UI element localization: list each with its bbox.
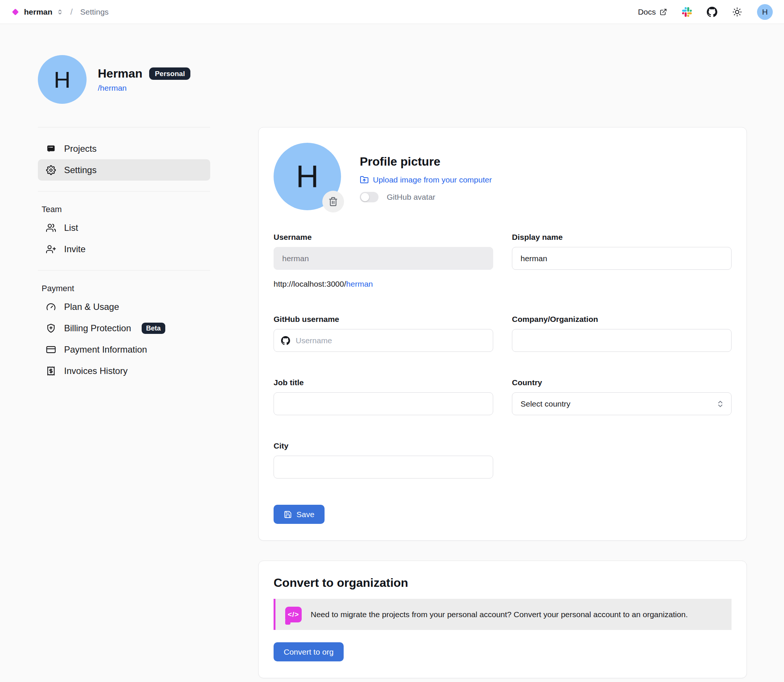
gear-icon: [46, 165, 56, 175]
display-name-input[interactable]: [512, 247, 731, 270]
profile-header: H Herman Personal /herman: [38, 55, 210, 104]
username-label: Username: [274, 233, 493, 242]
slack-button[interactable]: [682, 7, 692, 17]
sun-icon: [732, 7, 742, 17]
sidebar-item-billing-protection[interactable]: Billing Protection Beta: [38, 317, 210, 339]
sidebar-item-team-invite[interactable]: Invite: [38, 238, 210, 260]
user-avatar-initial: H: [762, 8, 768, 16]
brand-diamond-icon: [11, 8, 19, 16]
save-icon: [284, 510, 292, 519]
github-avatar-toggle[interactable]: [360, 192, 379, 202]
profile-avatar-initial: H: [54, 66, 71, 93]
profile-url-handle-link[interactable]: herman: [346, 280, 373, 288]
breadcrumb-separator: /: [70, 7, 73, 17]
profile-settings-card: H Profile picture Upload image from your…: [258, 127, 747, 541]
username-field-group: Username http://localhost:3000/herman: [274, 233, 493, 288]
credit-card-icon: [46, 345, 56, 354]
convert-notice-text: Need to migrate the projects from your p…: [311, 610, 688, 619]
users-icon: [46, 223, 56, 233]
github-icon: [707, 7, 717, 17]
display-name-field-group: Display name: [512, 233, 731, 288]
display-name-label: Display name: [512, 233, 731, 242]
convert-to-org-button[interactable]: Convert to org: [274, 642, 344, 661]
company-label: Company/Organization: [512, 315, 731, 324]
convert-notice-banner: </> Need to migrate the projects from yo…: [274, 599, 731, 630]
empty-cell: [512, 441, 731, 478]
sidebar-item-invoices-history[interactable]: Invoices History: [38, 360, 210, 381]
sidebar-divider: [38, 127, 210, 127]
username-input: [274, 247, 493, 270]
profile-name: Herman: [98, 67, 142, 81]
topbar: herman / Settings Docs H: [0, 0, 784, 24]
sidebar-item-label: Invite: [64, 244, 86, 255]
job-title-field-group: Job title: [274, 378, 493, 415]
sidebar-section-team: Team: [38, 202, 210, 217]
sidebar-item-label: Projects: [64, 143, 97, 154]
sidebar-item-team-list[interactable]: List: [38, 217, 210, 238]
upload-image-link[interactable]: Upload image from your computer: [360, 175, 492, 184]
github-button[interactable]: [707, 7, 717, 17]
shield-plus-icon: [46, 323, 56, 333]
company-field-group: Company/Organization: [512, 315, 731, 352]
code-chip-icon: </>: [285, 607, 302, 622]
sidebar-item-label: Payment Information: [64, 344, 147, 355]
sidebar-item-label: Settings: [64, 165, 97, 175]
profile-picture: H: [274, 143, 341, 210]
github-username-input[interactable]: [274, 329, 493, 352]
company-input[interactable]: [512, 329, 731, 352]
sidebar: H Herman Personal /herman Projects Setti…: [38, 55, 210, 381]
profile-form: Username http://localhost:3000/herman Di…: [274, 233, 731, 478]
profile-avatar: H: [38, 55, 86, 104]
sidebar-item-label: Plan & Usage: [64, 302, 119, 312]
sidebar-divider: [38, 191, 210, 191]
folder-up-icon: [360, 175, 369, 184]
country-label: Country: [512, 378, 731, 387]
city-input[interactable]: [274, 456, 493, 478]
docs-button[interactable]: Docs: [638, 8, 667, 16]
delete-avatar-button[interactable]: [322, 191, 344, 212]
github-username-field-group: GitHub username: [274, 315, 493, 352]
user-plus-icon: [46, 244, 56, 254]
convert-to-org-label: Convert to org: [284, 647, 333, 657]
profile-picture-initial: H: [296, 158, 319, 195]
convert-title: Convert to organization: [274, 576, 731, 590]
gauge-icon: [46, 302, 56, 312]
beta-badge: Beta: [142, 323, 165, 334]
external-link-icon: [660, 8, 667, 16]
user-avatar[interactable]: H: [757, 4, 773, 20]
sidebar-item-settings[interactable]: Settings: [38, 159, 210, 181]
country-select[interactable]: Select country: [512, 392, 731, 415]
sidebar-nav: Projects Settings: [38, 138, 210, 181]
sidebar-item-payment-information[interactable]: Payment Information: [38, 339, 210, 360]
theme-toggle-button[interactable]: [732, 7, 742, 17]
topbar-actions: Docs H: [638, 4, 773, 20]
upload-image-label: Upload image from your computer: [373, 175, 492, 184]
country-select-value: Select country: [521, 400, 570, 408]
github-avatar-toggle-label: GitHub avatar: [387, 193, 435, 202]
job-title-label: Job title: [274, 378, 493, 387]
sidebar-section-payment: Payment: [38, 281, 210, 296]
profile-url-prefix: http://localhost:3000/: [274, 280, 346, 288]
main-content: H Profile picture Upload image from your…: [258, 127, 747, 678]
sidebar-item-label: Invoices History: [64, 366, 127, 376]
sidebar-item-projects[interactable]: Projects: [38, 138, 210, 159]
sidebar-divider: [38, 270, 210, 271]
personal-badge: Personal: [149, 67, 190, 80]
toggle-knob: [361, 193, 369, 201]
github-input-icon: [281, 336, 290, 345]
slack-icon: [682, 7, 692, 17]
profile-handle-link[interactable]: /herman: [98, 84, 127, 92]
sidebar-item-label: List: [64, 223, 78, 233]
sidebar-item-plan-usage[interactable]: Plan & Usage: [38, 296, 210, 317]
breadcrumb-current: Settings: [80, 8, 109, 16]
save-label: Save: [296, 510, 314, 519]
save-button[interactable]: Save: [274, 505, 325, 524]
workspace-name[interactable]: herman: [24, 8, 53, 16]
profile-url: http://localhost:3000/herman: [274, 280, 493, 288]
convert-to-organization-card: Convert to organization </> Need to migr…: [258, 561, 747, 678]
projects-icon: [46, 144, 56, 154]
docs-label: Docs: [638, 8, 656, 16]
workspace-switcher-icon[interactable]: [57, 9, 63, 15]
profile-identity: Herman Personal /herman: [98, 67, 190, 92]
job-title-input[interactable]: [274, 392, 493, 415]
